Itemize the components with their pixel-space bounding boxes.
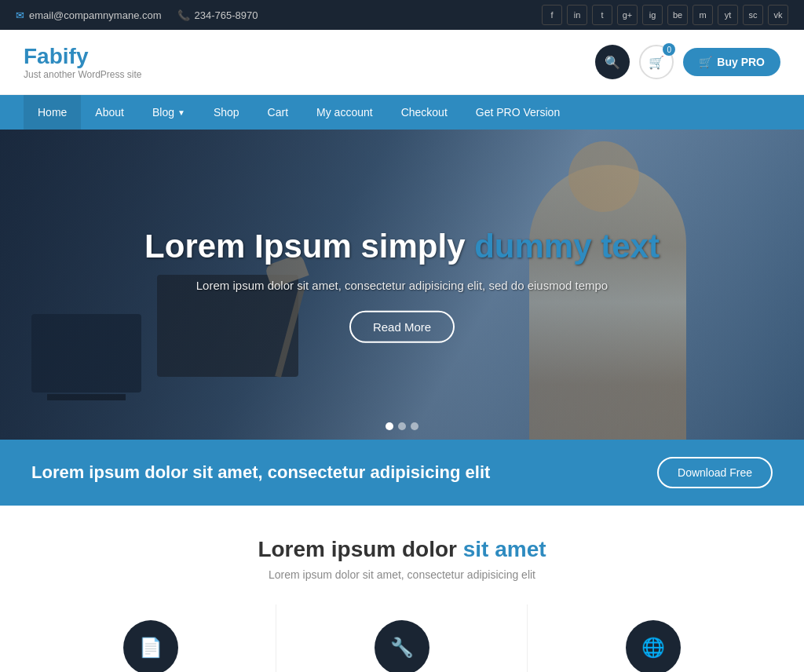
logo-title: Fabify bbox=[24, 44, 142, 69]
nav-link-home[interactable]: Home bbox=[24, 95, 81, 130]
logo-prefix: F bbox=[24, 44, 37, 68]
nav-link-checkout[interactable]: Checkout bbox=[387, 95, 462, 130]
cart-button[interactable]: 🛒 0 bbox=[639, 45, 674, 79]
nav-item-blog[interactable]: Blog ▼ bbox=[138, 95, 199, 130]
social-googleplus-icon[interactable]: g+ bbox=[617, 5, 638, 25]
features-section: Lorem ipsum dolor sit amet Lorem ipsum d… bbox=[0, 506, 804, 672]
feature-icon-2: 🔧 bbox=[375, 620, 429, 672]
document-icon: 📄 bbox=[139, 637, 163, 659]
nav-link-blog[interactable]: Blog ▼ bbox=[138, 95, 199, 130]
hero-title: Lorem Ipsum simply dummy text bbox=[127, 226, 677, 265]
social-linkedin-icon[interactable]: in bbox=[567, 5, 587, 25]
social-twitter-icon[interactable]: t bbox=[592, 5, 612, 25]
social-vk-icon[interactable]: vk bbox=[768, 5, 788, 25]
features-title: Lorem ipsum dolor sit amet bbox=[24, 537, 780, 562]
nav-link-cart[interactable]: Cart bbox=[254, 95, 302, 130]
banner-text: Lorem ipsum dolor sit amet, consectetur … bbox=[31, 462, 490, 483]
cart-icon: 🛒 bbox=[649, 55, 664, 70]
features-grid: 📄 🔧 🌐 bbox=[24, 604, 780, 672]
nav-link-getpro[interactable]: Get PRO Version bbox=[462, 95, 574, 130]
feature-item-1: 📄 bbox=[25, 604, 276, 672]
site-header: Fabify Just another WordPress site 🔍 🛒 0… bbox=[0, 30, 804, 95]
nav-list: Home About Blog ▼ Shop Cart My account C… bbox=[24, 95, 780, 130]
tools-icon: 🔧 bbox=[390, 637, 414, 659]
features-subtitle: Lorem ipsum dolor sit amet, consectetur … bbox=[24, 568, 780, 581]
buy-pro-button[interactable]: 🛒 Buy PRO bbox=[683, 48, 780, 76]
hero-subtitle: Lorem ipsum dolor sit amet, consectetur … bbox=[127, 279, 677, 292]
logo[interactable]: Fabify Just another WordPress site bbox=[24, 44, 142, 80]
social-messenger-icon[interactable]: m bbox=[693, 5, 713, 25]
social-instagram-icon[interactable]: ig bbox=[642, 5, 663, 25]
nav-link-about[interactable]: About bbox=[81, 95, 138, 130]
social-facebook-icon[interactable]: f bbox=[542, 5, 562, 25]
cart-small-icon: 🛒 bbox=[699, 56, 712, 68]
buy-pro-label: Buy PRO bbox=[717, 56, 765, 68]
hero-title-highlight: dummy text bbox=[474, 227, 660, 264]
nav-item-shop[interactable]: Shop bbox=[199, 95, 254, 130]
header-actions: 🔍 🛒 0 🛒 Buy PRO bbox=[595, 45, 780, 79]
social-youtube-icon[interactable]: yt bbox=[718, 5, 738, 25]
slider-dots bbox=[386, 422, 418, 430]
hero-content: Lorem Ipsum simply dummy text Lorem ipsu… bbox=[127, 226, 677, 342]
topbar: ✉ email@compamnymane.com 📞 234-765-8970 … bbox=[0, 0, 804, 30]
slider-dot-3[interactable] bbox=[411, 422, 418, 430]
nav-link-shop[interactable]: Shop bbox=[199, 95, 254, 130]
search-icon: 🔍 bbox=[605, 55, 620, 70]
nav-item-checkout[interactable]: Checkout bbox=[387, 95, 462, 130]
social-behance-icon[interactable]: be bbox=[667, 5, 688, 25]
feature-item-2: 🔧 bbox=[276, 604, 528, 672]
slider-dot-1[interactable] bbox=[386, 422, 393, 430]
download-free-label: Download Free bbox=[678, 466, 752, 479]
phone-contact: 📞 234-765-8970 bbox=[177, 9, 258, 21]
phone-icon: 📞 bbox=[177, 9, 190, 21]
nav-item-getpro[interactable]: Get PRO Version bbox=[462, 95, 574, 130]
email-contact: ✉ email@compamnymane.com bbox=[16, 9, 162, 21]
dropdown-arrow-icon: ▼ bbox=[177, 108, 185, 117]
email-icon: ✉ bbox=[16, 9, 24, 21]
logo-tagline: Just another WordPress site bbox=[24, 69, 142, 80]
download-free-button[interactable]: Download Free bbox=[657, 457, 773, 488]
slider-dot-2[interactable] bbox=[398, 422, 406, 430]
topbar-contact: ✉ email@compamnymane.com 📞 234-765-8970 bbox=[16, 9, 258, 21]
logo-name: abify bbox=[37, 44, 88, 68]
social-icons-bar: f in t g+ ig be m yt sc vk bbox=[542, 5, 788, 25]
hero-section: Lorem Ipsum simply dummy text Lorem ipsu… bbox=[0, 130, 804, 440]
social-soundcloud-icon[interactable]: sc bbox=[743, 5, 763, 25]
hero-cta-button[interactable]: Read More bbox=[349, 311, 455, 343]
nav-item-home[interactable]: Home bbox=[24, 95, 81, 130]
cta-banner: Lorem ipsum dolor sit amet, consectetur … bbox=[0, 440, 804, 506]
search-button[interactable]: 🔍 bbox=[595, 45, 630, 79]
globe-icon: 🌐 bbox=[641, 637, 665, 659]
nav-item-myaccount[interactable]: My account bbox=[302, 95, 387, 130]
hero-title-normal: Lorem Ipsum simply bbox=[144, 227, 474, 264]
feature-item-3: 🌐 bbox=[528, 604, 779, 672]
cart-badge: 0 bbox=[663, 43, 675, 56]
features-title-normal: Lorem ipsum dolor bbox=[258, 537, 462, 561]
hero-cta-label: Read More bbox=[373, 320, 431, 334]
nav-item-cart[interactable]: Cart bbox=[254, 95, 302, 130]
feature-icon-3: 🌐 bbox=[626, 620, 681, 672]
nav-item-about[interactable]: About bbox=[81, 95, 138, 130]
main-nav: Home About Blog ▼ Shop Cart My account C… bbox=[0, 95, 804, 130]
feature-icon-1: 📄 bbox=[123, 620, 178, 672]
features-title-highlight: sit amet bbox=[463, 537, 546, 561]
nav-link-myaccount[interactable]: My account bbox=[302, 95, 387, 130]
